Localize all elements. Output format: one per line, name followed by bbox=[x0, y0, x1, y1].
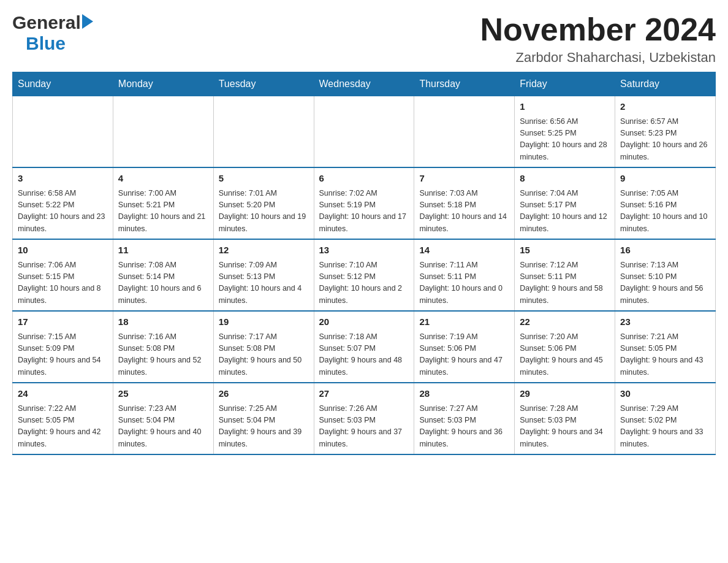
day-info: Sunrise: 7:12 AM Sunset: 5:11 PM Dayligh… bbox=[520, 259, 610, 307]
calendar-cell: 3Sunrise: 6:58 AM Sunset: 5:22 PM Daylig… bbox=[13, 167, 113, 239]
day-number: 14 bbox=[419, 243, 509, 258]
day-number: 24 bbox=[18, 387, 108, 401]
day-number: 9 bbox=[620, 172, 710, 186]
day-info: Sunrise: 7:17 AM Sunset: 5:08 PM Dayligh… bbox=[219, 331, 309, 379]
location-text: Zarbdor Shaharchasi, Uzbekistan bbox=[480, 50, 716, 66]
day-info: Sunrise: 7:13 AM Sunset: 5:10 PM Dayligh… bbox=[620, 259, 710, 307]
day-number: 15 bbox=[520, 243, 610, 258]
day-info: Sunrise: 7:26 AM Sunset: 5:03 PM Dayligh… bbox=[319, 403, 409, 451]
calendar-cell: 2Sunrise: 6:57 AM Sunset: 5:23 PM Daylig… bbox=[615, 96, 716, 168]
calendar-cell: 22Sunrise: 7:20 AM Sunset: 5:06 PM Dayli… bbox=[515, 311, 615, 383]
day-number: 10 bbox=[18, 243, 108, 258]
day-info: Sunrise: 7:23 AM Sunset: 5:04 PM Dayligh… bbox=[118, 403, 208, 451]
day-number: 17 bbox=[18, 315, 108, 329]
calendar-cell: 16Sunrise: 7:13 AM Sunset: 5:10 PM Dayli… bbox=[615, 239, 716, 311]
calendar-cell bbox=[13, 96, 113, 168]
day-number: 30 bbox=[620, 387, 710, 401]
day-info: Sunrise: 7:21 AM Sunset: 5:05 PM Dayligh… bbox=[620, 331, 710, 379]
day-info: Sunrise: 7:02 AM Sunset: 5:19 PM Dayligh… bbox=[319, 188, 409, 236]
week-row-4: 17Sunrise: 7:15 AM Sunset: 5:09 PM Dayli… bbox=[13, 311, 716, 383]
day-header-monday: Monday bbox=[113, 72, 213, 96]
day-number: 4 bbox=[118, 172, 208, 186]
day-info: Sunrise: 7:04 AM Sunset: 5:17 PM Dayligh… bbox=[520, 188, 610, 236]
calendar-cell: 17Sunrise: 7:15 AM Sunset: 5:09 PM Dayli… bbox=[13, 311, 113, 383]
calendar-cell: 8Sunrise: 7:04 AM Sunset: 5:17 PM Daylig… bbox=[515, 167, 615, 239]
logo-arrow-icon bbox=[82, 14, 93, 29]
day-header-friday: Friday bbox=[515, 72, 615, 96]
calendar-cell: 18Sunrise: 7:16 AM Sunset: 5:08 PM Dayli… bbox=[113, 311, 213, 383]
calendar-cell: 6Sunrise: 7:02 AM Sunset: 5:19 PM Daylig… bbox=[314, 167, 414, 239]
day-number: 6 bbox=[319, 172, 409, 186]
day-number: 27 bbox=[319, 387, 409, 401]
day-header-wednesday: Wednesday bbox=[314, 72, 414, 96]
calendar-cell: 10Sunrise: 7:06 AM Sunset: 5:15 PM Dayli… bbox=[13, 239, 113, 311]
day-info: Sunrise: 7:29 AM Sunset: 5:02 PM Dayligh… bbox=[620, 403, 710, 451]
day-number: 23 bbox=[620, 315, 710, 329]
logo: General Blue bbox=[12, 12, 93, 54]
day-number: 2 bbox=[620, 100, 710, 114]
calendar-cell: 25Sunrise: 7:23 AM Sunset: 5:04 PM Dayli… bbox=[113, 383, 213, 454]
day-info: Sunrise: 7:27 AM Sunset: 5:03 PM Dayligh… bbox=[419, 403, 509, 451]
calendar-cell: 1Sunrise: 6:56 AM Sunset: 5:25 PM Daylig… bbox=[515, 96, 615, 168]
day-info: Sunrise: 7:01 AM Sunset: 5:20 PM Dayligh… bbox=[219, 188, 309, 236]
day-info: Sunrise: 7:09 AM Sunset: 5:13 PM Dayligh… bbox=[219, 259, 309, 307]
day-number: 16 bbox=[620, 243, 710, 258]
calendar-cell: 12Sunrise: 7:09 AM Sunset: 5:13 PM Dayli… bbox=[213, 239, 314, 311]
day-info: Sunrise: 7:22 AM Sunset: 5:05 PM Dayligh… bbox=[18, 403, 108, 451]
day-number: 22 bbox=[520, 315, 610, 329]
day-info: Sunrise: 6:57 AM Sunset: 5:23 PM Dayligh… bbox=[620, 116, 710, 164]
title-section: November 2024 Zarbdor Shaharchasi, Uzbek… bbox=[480, 12, 716, 66]
calendar-cell: 26Sunrise: 7:25 AM Sunset: 5:04 PM Dayli… bbox=[213, 383, 314, 454]
week-row-3: 10Sunrise: 7:06 AM Sunset: 5:15 PM Dayli… bbox=[13, 239, 716, 311]
calendar-cell: 14Sunrise: 7:11 AM Sunset: 5:11 PM Dayli… bbox=[414, 239, 515, 311]
day-number: 12 bbox=[219, 243, 309, 258]
calendar-cell: 9Sunrise: 7:05 AM Sunset: 5:16 PM Daylig… bbox=[615, 167, 716, 239]
day-info: Sunrise: 7:11 AM Sunset: 5:11 PM Dayligh… bbox=[419, 259, 509, 307]
day-info: Sunrise: 7:05 AM Sunset: 5:16 PM Dayligh… bbox=[620, 188, 710, 236]
day-number: 11 bbox=[118, 243, 208, 258]
calendar-cell: 7Sunrise: 7:03 AM Sunset: 5:18 PM Daylig… bbox=[414, 167, 515, 239]
calendar-cell: 11Sunrise: 7:08 AM Sunset: 5:14 PM Dayli… bbox=[113, 239, 213, 311]
logo-general-text: General bbox=[12, 12, 81, 33]
calendar-cell: 15Sunrise: 7:12 AM Sunset: 5:11 PM Dayli… bbox=[515, 239, 615, 311]
day-number: 5 bbox=[219, 172, 309, 186]
day-info: Sunrise: 7:10 AM Sunset: 5:12 PM Dayligh… bbox=[319, 259, 409, 307]
week-row-2: 3Sunrise: 6:58 AM Sunset: 5:22 PM Daylig… bbox=[13, 167, 716, 239]
day-header-tuesday: Tuesday bbox=[213, 72, 314, 96]
page-header: General Blue November 2024 Zarbdor Shaha… bbox=[12, 12, 716, 66]
day-info: Sunrise: 7:18 AM Sunset: 5:07 PM Dayligh… bbox=[319, 331, 409, 379]
day-number: 28 bbox=[419, 387, 509, 401]
calendar-cell: 21Sunrise: 7:19 AM Sunset: 5:06 PM Dayli… bbox=[414, 311, 515, 383]
calendar-cell: 23Sunrise: 7:21 AM Sunset: 5:05 PM Dayli… bbox=[615, 311, 716, 383]
day-info: Sunrise: 6:58 AM Sunset: 5:22 PM Dayligh… bbox=[18, 188, 108, 236]
calendar-cell: 27Sunrise: 7:26 AM Sunset: 5:03 PM Dayli… bbox=[314, 383, 414, 454]
day-number: 21 bbox=[419, 315, 509, 329]
day-number: 13 bbox=[319, 243, 409, 258]
week-row-1: 1Sunrise: 6:56 AM Sunset: 5:25 PM Daylig… bbox=[13, 96, 716, 168]
calendar-cell: 13Sunrise: 7:10 AM Sunset: 5:12 PM Dayli… bbox=[314, 239, 414, 311]
day-header-sunday: Sunday bbox=[13, 72, 113, 96]
calendar-cell: 19Sunrise: 7:17 AM Sunset: 5:08 PM Dayli… bbox=[213, 311, 314, 383]
day-info: Sunrise: 7:28 AM Sunset: 5:03 PM Dayligh… bbox=[520, 403, 610, 451]
calendar-cell: 5Sunrise: 7:01 AM Sunset: 5:20 PM Daylig… bbox=[213, 167, 314, 239]
day-header-thursday: Thursday bbox=[414, 72, 515, 96]
calendar-cell: 24Sunrise: 7:22 AM Sunset: 5:05 PM Dayli… bbox=[13, 383, 113, 454]
calendar-cell: 30Sunrise: 7:29 AM Sunset: 5:02 PM Dayli… bbox=[615, 383, 716, 454]
day-number: 20 bbox=[319, 315, 409, 329]
day-number: 19 bbox=[219, 315, 309, 329]
day-info: Sunrise: 7:15 AM Sunset: 5:09 PM Dayligh… bbox=[18, 331, 108, 379]
day-number: 29 bbox=[520, 387, 610, 401]
calendar-table: SundayMondayTuesdayWednesdayThursdayFrid… bbox=[12, 72, 716, 455]
calendar-cell bbox=[113, 96, 213, 168]
week-row-5: 24Sunrise: 7:22 AM Sunset: 5:05 PM Dayli… bbox=[13, 383, 716, 454]
logo-blue-text: Blue bbox=[12, 33, 66, 54]
day-info: Sunrise: 7:08 AM Sunset: 5:14 PM Dayligh… bbox=[118, 259, 208, 307]
day-number: 25 bbox=[118, 387, 208, 401]
day-number: 8 bbox=[520, 172, 610, 186]
calendar-cell: 29Sunrise: 7:28 AM Sunset: 5:03 PM Dayli… bbox=[515, 383, 615, 454]
month-title: November 2024 bbox=[480, 12, 716, 47]
calendar-cell: 28Sunrise: 7:27 AM Sunset: 5:03 PM Dayli… bbox=[414, 383, 515, 454]
day-info: Sunrise: 7:20 AM Sunset: 5:06 PM Dayligh… bbox=[520, 331, 610, 379]
day-info: Sunrise: 7:03 AM Sunset: 5:18 PM Dayligh… bbox=[419, 188, 509, 236]
calendar-cell bbox=[314, 96, 414, 168]
